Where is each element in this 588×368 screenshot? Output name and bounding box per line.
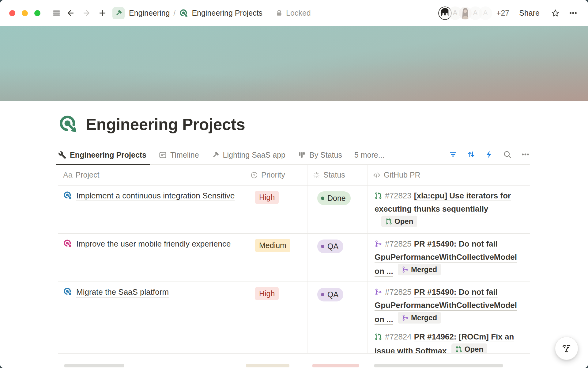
status-badge[interactable]: QA bbox=[317, 240, 343, 253]
favorite-star-icon[interactable] bbox=[549, 7, 561, 19]
status-badge[interactable]: QA bbox=[317, 288, 343, 301]
project-link[interactable]: Implement a continuous integration Sensi… bbox=[76, 191, 235, 200]
titlebar: Engineering / Engineering Projects Locke… bbox=[0, 0, 588, 26]
tab-5-more-[interactable]: 5 more... bbox=[354, 145, 385, 164]
clipped-row-fragment bbox=[246, 364, 289, 367]
status-dot bbox=[321, 197, 324, 200]
pr-number: #72825 bbox=[385, 287, 412, 297]
page-title[interactable]: Engineering Projects bbox=[86, 115, 245, 134]
lightning-glyph bbox=[485, 150, 494, 159]
project-cell[interactable]: Improve the user mobile friendly experie… bbox=[58, 234, 245, 282]
status-cell[interactable]: Done bbox=[307, 186, 368, 233]
table-row: Improve the user mobile friendly experie… bbox=[58, 234, 530, 282]
status-label: QA bbox=[327, 243, 338, 250]
share-button[interactable]: Share bbox=[519, 9, 540, 17]
project-icon bbox=[63, 191, 72, 200]
status-cell[interactable]: QA bbox=[307, 282, 368, 361]
sort-icon[interactable] bbox=[467, 150, 476, 160]
ai-face-icon bbox=[560, 342, 573, 355]
locked-toggle[interactable]: Locked bbox=[275, 9, 311, 17]
close-button[interactable] bbox=[9, 10, 15, 16]
lock-icon bbox=[275, 9, 283, 17]
pr-state-badge[interactable]: Merged bbox=[398, 312, 441, 324]
project-cell[interactable]: Implement a continuous integration Sensi… bbox=[58, 186, 245, 233]
pr-state-label: Open bbox=[465, 346, 483, 353]
project-link[interactable]: Migrate the SaaS platform bbox=[76, 287, 169, 297]
column-header-priority[interactable]: Priority bbox=[245, 165, 307, 185]
pr-state-badge[interactable]: Merged bbox=[398, 264, 441, 275]
priority-badge[interactable]: High bbox=[255, 191, 279, 204]
hammer-icon[interactable] bbox=[112, 7, 125, 19]
app-window: Engineering / Engineering Projects Locke… bbox=[0, 0, 588, 368]
breadcrumb-separator: / bbox=[173, 9, 175, 17]
priority-cell[interactable]: High bbox=[245, 186, 307, 233]
lightning-icon[interactable] bbox=[485, 150, 494, 160]
window-controls bbox=[9, 10, 47, 16]
pr-item: #72825PR #15490: Do not fail GpuPerforma… bbox=[375, 237, 523, 278]
minimize-button[interactable] bbox=[22, 10, 28, 16]
tab-by-status[interactable]: By Status bbox=[298, 145, 342, 164]
priority-cell[interactable]: Medium bbox=[245, 234, 307, 282]
avatar-letter[interactable]: A bbox=[479, 6, 492, 20]
filter-icon[interactable] bbox=[449, 150, 458, 160]
table-row: Migrate the SaaS platformHighQA#72825PR … bbox=[58, 282, 530, 362]
tab-lighting-saas-app[interactable]: Lighting SaaS app bbox=[211, 145, 285, 164]
github-pr-cell[interactable]: #72825PR #15490: Do not fail GpuPerforma… bbox=[368, 282, 530, 361]
sidebar-menu-icon[interactable] bbox=[51, 7, 62, 19]
pr-state-label: Merged bbox=[411, 314, 437, 321]
new-page-icon[interactable] bbox=[96, 7, 108, 19]
pr-open-icon bbox=[385, 218, 392, 225]
more-glyph bbox=[521, 150, 530, 159]
code-icon bbox=[373, 171, 381, 179]
page-icon-iteration[interactable] bbox=[58, 114, 78, 134]
more-options-icon[interactable] bbox=[567, 7, 579, 19]
status-badge[interactable]: Done bbox=[317, 191, 351, 205]
pr-merged-icon bbox=[402, 314, 409, 321]
tab-timeline[interactable]: Timeline bbox=[159, 145, 199, 164]
column-header-status[interactable]: Status bbox=[307, 165, 368, 185]
forward-icon[interactable] bbox=[81, 7, 92, 19]
back-icon[interactable] bbox=[65, 7, 76, 19]
breadcrumb-team[interactable]: Engineering bbox=[129, 9, 170, 17]
column-label: GitHub PR bbox=[384, 171, 420, 179]
view-tabs: Engineering ProjectsTimelineLighting Saa… bbox=[58, 145, 530, 165]
pr-item: #72823[xla:cpu] Use iterators for execut… bbox=[375, 189, 523, 230]
pr-number: #72825 bbox=[385, 239, 412, 248]
iteration-icon bbox=[179, 9, 188, 18]
project-icon bbox=[63, 239, 72, 248]
project-link[interactable]: Improve the user mobile friendly experie… bbox=[76, 239, 231, 248]
priority-cell[interactable]: High bbox=[245, 282, 307, 361]
clipped-row-fragment bbox=[312, 364, 359, 367]
pr-state-label: Merged bbox=[411, 266, 437, 273]
pr-state-badge[interactable]: Open bbox=[381, 216, 417, 227]
select-icon bbox=[250, 171, 258, 179]
github-pr-cell[interactable]: #72823[xla:cpu] Use iterators for execut… bbox=[368, 186, 530, 233]
priority-badge[interactable]: High bbox=[255, 287, 279, 300]
text-property-icon: Aa bbox=[63, 171, 73, 179]
github-pr-cell[interactable]: #72825PR #15490: Do not fail GpuPerforma… bbox=[368, 234, 530, 282]
column-header-project[interactable]: AaProject bbox=[58, 165, 245, 185]
project-cell[interactable]: Migrate the SaaS platform bbox=[58, 282, 245, 361]
tab-engineering-projects[interactable]: Engineering Projects bbox=[58, 145, 146, 164]
status-cell[interactable]: QA bbox=[307, 234, 368, 282]
filter-glyph bbox=[449, 150, 458, 159]
priority-badge[interactable]: Medium bbox=[255, 239, 290, 252]
search-icon[interactable] bbox=[503, 150, 512, 160]
tab-label: 5 more... bbox=[354, 151, 385, 159]
presence-overflow[interactable]: +27 bbox=[496, 9, 509, 17]
pr-state-label: Open bbox=[394, 218, 413, 225]
column-header-github-pr[interactable]: GitHub PR bbox=[368, 165, 530, 185]
more-icon[interactable] bbox=[521, 150, 530, 160]
column-label: Project bbox=[76, 171, 100, 179]
pr-number: #72823 bbox=[385, 191, 412, 200]
breadcrumb-page[interactable]: Engineering Projects bbox=[192, 9, 262, 17]
sort-glyph bbox=[467, 150, 476, 159]
pr-merged-icon bbox=[375, 240, 382, 247]
table-header: AaProjectPriorityStatusGitHub PR bbox=[58, 165, 530, 186]
table-body: Implement a continuous integration Sensi… bbox=[58, 186, 530, 362]
zoom-button[interactable] bbox=[34, 10, 40, 16]
search-glyph bbox=[503, 150, 512, 159]
tab-label: Engineering Projects bbox=[70, 151, 146, 159]
column-label: Priority bbox=[261, 171, 285, 179]
ai-assistant-button[interactable] bbox=[555, 337, 578, 360]
